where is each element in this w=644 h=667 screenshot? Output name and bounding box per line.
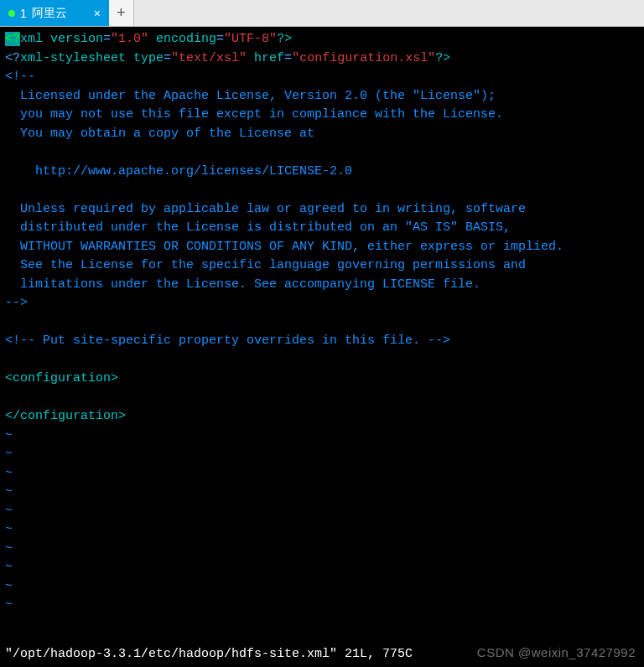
tab-bar: 1 阿里云 × +: [0, 0, 644, 27]
xml-pi-open: <?: [5, 51, 20, 65]
tab-index: 1: [20, 7, 27, 20]
comment-line: See the License for the specific languag…: [5, 256, 639, 276]
empty-line-tilde: ~: [5, 540, 639, 559]
comment-line: You may obtain a copy of the License at: [5, 125, 639, 144]
code-line: <?xml version="1.0" encoding="UTF-8"?>: [5, 30, 639, 49]
comment-line: Licensed under the Apache License, Versi…: [5, 87, 639, 106]
close-icon[interactable]: ×: [92, 7, 102, 20]
empty-line-tilde: ~: [5, 558, 639, 577]
terminal-editor[interactable]: <?xml version="1.0" encoding="UTF-8"?> <…: [0, 27, 644, 667]
comment-line: limitations under the License. See accom…: [5, 276, 639, 295]
comment-line: distributed under the License is distrib…: [5, 219, 639, 238]
blank-line: [5, 313, 639, 333]
comment-close: -->: [5, 294, 639, 313]
xml-pi-open: <?: [5, 32, 20, 46]
code-line: <?xml-stylesheet type="text/xsl" href="c…: [5, 49, 639, 69]
tab-active[interactable]: 1 阿里云 ×: [0, 0, 109, 26]
status-dot-icon: [8, 10, 15, 17]
comment-line: you may not use this file except in comp…: [5, 106, 639, 125]
empty-line-tilde: ~: [5, 464, 639, 483]
empty-line-tilde: ~: [5, 445, 639, 464]
watermark: CSDN @weixin_37427992: [477, 644, 636, 663]
empty-line-tilde: ~: [5, 520, 639, 540]
plus-icon: +: [117, 5, 126, 22]
tag-close: </configuration>: [5, 407, 639, 427]
tab-title: 阿里云: [32, 6, 67, 21]
comment-line: <!-- Put site-specific property override…: [5, 332, 639, 351]
comment-line: WITHOUT WARRANTIES OR CONDITIONS OF ANY …: [5, 238, 639, 257]
comment-line: [5, 181, 639, 200]
blank-line: [5, 351, 639, 370]
empty-line-tilde: ~: [5, 483, 639, 502]
blank-line: [5, 389, 639, 408]
empty-line-tilde: ~: [5, 577, 639, 597]
new-tab-button[interactable]: +: [109, 0, 134, 26]
comment-line: Unless required by applicable law or agr…: [5, 200, 639, 220]
comment-line: [5, 143, 639, 163]
empty-line-tilde: ~: [5, 596, 639, 615]
tag-open: <configuration>: [5, 370, 639, 389]
comment-line: http://www.apache.org/licenses/LICENSE-2…: [5, 163, 639, 182]
empty-line-tilde: ~: [5, 427, 639, 446]
empty-line-tilde: ~: [5, 502, 639, 521]
comment-open: <!--: [5, 68, 639, 87]
